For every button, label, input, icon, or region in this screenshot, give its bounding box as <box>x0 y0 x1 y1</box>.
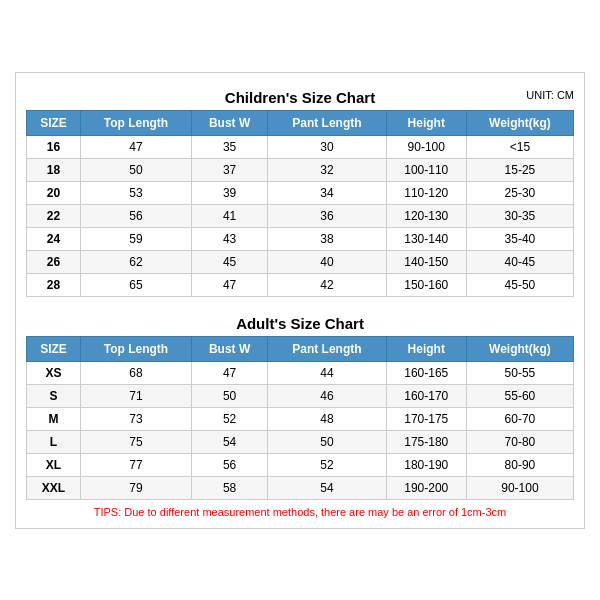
table-row: 22564136120-13030-35 <box>27 204 574 227</box>
table-cell: 30 <box>268 135 386 158</box>
table-cell: 54 <box>268 476 386 499</box>
table-cell: 71 <box>80 384 191 407</box>
table-cell: 50 <box>192 384 268 407</box>
table-cell: 90-100 <box>386 135 466 158</box>
table-cell: 34 <box>268 181 386 204</box>
table-cell: 80-90 <box>466 453 573 476</box>
table-cell: 35-40 <box>466 227 573 250</box>
table-cell: 26 <box>27 250 81 273</box>
table-cell: 150-160 <box>386 273 466 296</box>
table-cell: 20 <box>27 181 81 204</box>
children-col-pant: Pant Length <box>268 110 386 135</box>
table-cell: 38 <box>268 227 386 250</box>
table-cell: 54 <box>192 430 268 453</box>
table-cell: 140-150 <box>386 250 466 273</box>
table-row: XXL795854190-20090-100 <box>27 476 574 499</box>
table-cell: 53 <box>80 181 191 204</box>
table-cell: 50-55 <box>466 361 573 384</box>
table-cell: 190-200 <box>386 476 466 499</box>
children-col-height: Height <box>386 110 466 135</box>
table-cell: 58 <box>192 476 268 499</box>
table-cell: 170-175 <box>386 407 466 430</box>
children-col-top-length: Top Length <box>80 110 191 135</box>
tips-text: TIPS: Due to different measurement metho… <box>26 506 574 518</box>
adults-title-text: Adult's Size Chart <box>236 315 364 332</box>
table-cell: 24 <box>27 227 81 250</box>
adults-col-bust: Bust W <box>192 336 268 361</box>
adults-col-pant: Pant Length <box>268 336 386 361</box>
table-cell: 30-35 <box>466 204 573 227</box>
table-row: L755450175-18070-80 <box>27 430 574 453</box>
table-cell: 40-45 <box>466 250 573 273</box>
table-cell: XXL <box>27 476 81 499</box>
table-cell: 120-130 <box>386 204 466 227</box>
table-cell: 50 <box>268 430 386 453</box>
table-cell: 55-60 <box>466 384 573 407</box>
table-cell: 47 <box>80 135 191 158</box>
table-cell: 110-120 <box>386 181 466 204</box>
table-cell: 77 <box>80 453 191 476</box>
table-cell: 90-100 <box>466 476 573 499</box>
table-cell: 47 <box>192 273 268 296</box>
adults-table: SIZE Top Length Bust W Pant Length Heigh… <box>26 336 574 500</box>
table-cell: M <box>27 407 81 430</box>
table-cell: <15 <box>466 135 573 158</box>
table-cell: 35 <box>192 135 268 158</box>
table-cell: 75 <box>80 430 191 453</box>
table-cell: 18 <box>27 158 81 181</box>
table-cell: 39 <box>192 181 268 204</box>
size-chart-container: Children's Size Chart UNIT: CM SIZE Top … <box>15 72 585 529</box>
table-cell: 28 <box>27 273 81 296</box>
table-cell: XL <box>27 453 81 476</box>
table-cell: 47 <box>192 361 268 384</box>
table-cell: 42 <box>268 273 386 296</box>
table-cell: 160-165 <box>386 361 466 384</box>
table-cell: 56 <box>192 453 268 476</box>
table-row: 26624540140-15040-45 <box>27 250 574 273</box>
table-cell: 15-25 <box>466 158 573 181</box>
unit-label: UNIT: CM <box>526 89 574 101</box>
table-cell: 56 <box>80 204 191 227</box>
table-cell: 48 <box>268 407 386 430</box>
table-cell: 62 <box>80 250 191 273</box>
adults-header-row: SIZE Top Length Bust W Pant Length Heigh… <box>27 336 574 361</box>
adults-title: Adult's Size Chart <box>26 309 574 336</box>
adults-col-weight: Weight(kg) <box>466 336 573 361</box>
table-cell: 45 <box>192 250 268 273</box>
adults-col-top-length: Top Length <box>80 336 191 361</box>
table-cell: 59 <box>80 227 191 250</box>
table-cell: S <box>27 384 81 407</box>
adults-tbody: XS684744160-16550-55S715046160-17055-60M… <box>27 361 574 499</box>
table-row: 24594338130-14035-40 <box>27 227 574 250</box>
table-cell: 22 <box>27 204 81 227</box>
table-row: 28654742150-16045-50 <box>27 273 574 296</box>
table-row: M735248170-17560-70 <box>27 407 574 430</box>
table-cell: 46 <box>268 384 386 407</box>
table-cell: 32 <box>268 158 386 181</box>
table-row: XS684744160-16550-55 <box>27 361 574 384</box>
table-cell: 50 <box>80 158 191 181</box>
table-cell: 130-140 <box>386 227 466 250</box>
table-row: XL775652180-19080-90 <box>27 453 574 476</box>
children-title: Children's Size Chart UNIT: CM <box>26 83 574 110</box>
adults-col-height: Height <box>386 336 466 361</box>
table-cell: 79 <box>80 476 191 499</box>
table-cell: 70-80 <box>466 430 573 453</box>
table-cell: XS <box>27 361 81 384</box>
table-cell: 41 <box>192 204 268 227</box>
table-cell: 180-190 <box>386 453 466 476</box>
table-cell: 16 <box>27 135 81 158</box>
table-row: S715046160-17055-60 <box>27 384 574 407</box>
table-cell: 52 <box>268 453 386 476</box>
section-divider <box>26 301 574 309</box>
children-col-weight: Weight(kg) <box>466 110 573 135</box>
table-cell: 40 <box>268 250 386 273</box>
table-row: 20533934110-12025-30 <box>27 181 574 204</box>
table-cell: 25-30 <box>466 181 573 204</box>
table-cell: 100-110 <box>386 158 466 181</box>
table-cell: 37 <box>192 158 268 181</box>
table-cell: 160-170 <box>386 384 466 407</box>
table-cell: L <box>27 430 81 453</box>
children-col-size: SIZE <box>27 110 81 135</box>
table-cell: 60-70 <box>466 407 573 430</box>
